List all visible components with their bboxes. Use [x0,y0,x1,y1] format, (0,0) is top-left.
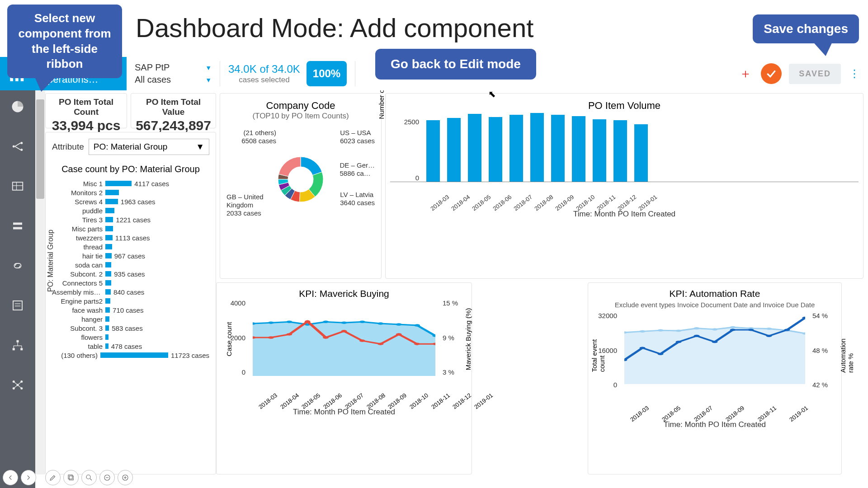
kpi-maverick-title: KPI: Maverick Buying [221,288,467,299]
svg-point-64 [784,328,790,331]
saved-button: SAVED [789,64,841,84]
pie-label-gb: GB – United Kingdom 2033 cases [226,193,281,217]
confirm-button[interactable] [761,63,782,84]
svg-point-59 [694,335,700,337]
dataset-selector[interactable]: SAP PtP ▼ [135,61,212,74]
bottom-controls [3,470,133,485]
attribute-select[interactable]: PO: Material Group ▼ [89,139,209,155]
svg-point-50 [730,326,736,328]
svg-point-46 [658,329,664,332]
kpi-card-count[interactable]: PO Item Total Count 33,994 pcs [45,93,127,128]
chevron-down-icon: ▼ [205,76,212,84]
svg-rect-16 [20,348,23,350]
svg-point-48 [694,327,700,329]
svg-point-23 [268,321,274,324]
page-title: Dashboard Mode: Add component [136,13,533,43]
search-button[interactable] [81,470,97,485]
percentage-badge[interactable]: 100% [307,61,347,86]
ribbon-link-icon[interactable] [9,258,26,274]
add-component-button[interactable]: ＋ [739,65,752,82]
svg-point-26 [323,321,329,323]
left-ribbon [0,90,35,488]
svg-point-35 [286,333,292,335]
svg-point-39 [359,339,365,342]
prev-button[interactable] [3,470,18,485]
svg-point-37 [323,336,329,338]
ribbon-flow-icon[interactable] [9,138,26,155]
svg-rect-10 [13,227,22,230]
svg-point-52 [766,328,772,330]
svg-point-27 [341,321,347,324]
svg-point-24 [286,321,292,323]
svg-point-68 [86,475,90,479]
svg-rect-15 [13,348,15,350]
ribbon-table-icon[interactable] [9,178,26,194]
svg-point-63 [766,335,772,337]
cases-selected-display: 34.0K of 34.0K cases selected [228,63,300,84]
ribbon-network-icon[interactable] [9,377,26,393]
svg-point-30 [396,323,402,325]
svg-point-60 [712,341,718,343]
edit-button[interactable] [45,470,61,485]
svg-point-3 [13,145,15,148]
svg-line-69 [90,479,92,480]
svg-point-4 [20,142,23,144]
kpi-automation-chart[interactable]: Total event count 0 16000 32000 Automati… [593,312,837,402]
svg-point-29 [377,322,383,324]
zoom-in-button[interactable] [118,470,133,485]
pie-label-us: US – USA 6023 cases [340,129,375,145]
pie-title: Company Code [225,100,377,112]
zoom-out-button[interactable] [99,470,115,485]
kpi-automation-panel[interactable]: KPI: Automation Rate Exclude event types… [588,282,842,474]
svg-rect-67 [68,475,72,479]
vertical-scrollbar[interactable] [35,90,45,474]
svg-point-45 [640,330,646,333]
svg-point-56 [640,347,646,349]
svg-point-34 [268,336,274,338]
pie-subtitle: (TOP10 by PO Item Counts) [225,112,377,121]
kpi-automation-title: KPI: Automation Rate [593,288,837,299]
material-group-chart[interactable]: PO: Material Group Misc 14117 casesMonit… [50,179,211,360]
svg-point-31 [414,324,420,326]
case-filter-selector[interactable]: All cases ▼ [135,74,212,86]
company-code-panel[interactable]: Company Code (TOP10 by PO Item Counts) (… [220,93,382,279]
attribute-label: Attribute [52,142,84,152]
ribbon-form-icon[interactable] [9,297,26,314]
kpi-maverick-panel[interactable]: KPI: Maverick Buying Case count 0 2000 4… [216,282,472,474]
more-menu-icon[interactable]: ⋮ [849,67,860,80]
svg-point-57 [658,353,664,355]
svg-rect-6 [13,182,23,190]
pie-chart[interactable] [274,152,328,206]
svg-rect-9 [13,223,22,225]
svg-point-28 [359,321,365,323]
callout-save-changes: Save changes [753,14,859,43]
svg-point-5 [20,149,23,151]
svg-point-47 [676,329,682,332]
bar-xlabel: Time: Month PO Item Created [390,210,859,219]
ribbon-pie-icon[interactable] [9,99,26,115]
chevron-down-icon: ▼ [196,142,204,152]
ribbon-tree-icon[interactable] [9,337,26,353]
svg-point-62 [748,328,754,331]
svg-point-38 [341,330,347,332]
svg-point-36 [305,320,311,323]
attribute-panel[interactable]: Attribute PO: Material Group ▼ Case coun… [45,132,216,474]
checkmark-icon [765,68,777,80]
pie-label-de: DE – Ger… 5886 ca… [340,161,375,178]
po-volume-chart[interactable]: Number of PO items 0 2500 [390,114,859,182]
kpi-card-value[interactable]: PO Item Total Value 567,243,897 € [131,93,216,128]
po-volume-panel[interactable]: PO Item Volume Number of PO items 0 2500… [385,93,863,279]
next-button[interactable] [21,470,36,485]
pie-label-others: (21 others) 6508 cases [226,129,276,145]
kpi-maverick-chart[interactable]: Case count 0 2000 4000 Maverick Buying (… [221,299,467,389]
svg-point-49 [712,328,718,330]
copy-button[interactable] [63,470,79,485]
chevron-down-icon: ▼ [205,64,212,71]
ribbon-stack-icon[interactable] [9,218,26,234]
svg-rect-11 [13,301,22,310]
pie-label-lv: LV – Latvia 3640 cases [340,191,375,207]
svg-point-42 [414,343,420,345]
attribute-chart-title: Case count by PO: Material Group [50,164,211,174]
svg-point-58 [676,341,682,343]
callout-edit-mode: Go back to Edit mode [375,49,536,80]
